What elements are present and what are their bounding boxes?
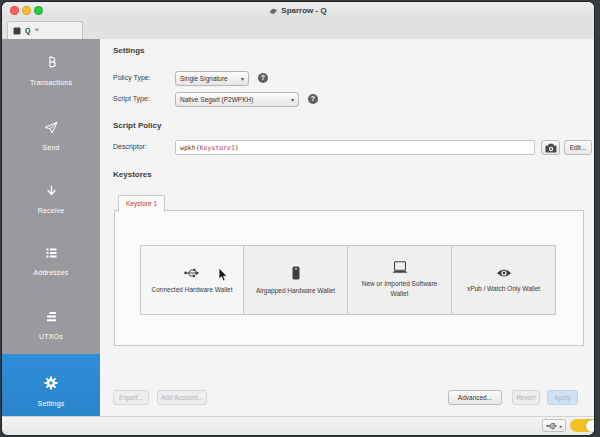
camera-icon bbox=[545, 143, 557, 153]
wallet-option-label: New or Imported Software Wallet bbox=[353, 279, 447, 299]
policy-type-help-icon[interactable]: ? bbox=[258, 73, 268, 83]
sidebar-item-label: UTXOs bbox=[39, 333, 63, 340]
script-type-help-icon[interactable]: ? bbox=[308, 94, 318, 104]
policy-type-label: Policy Type: bbox=[113, 74, 151, 81]
sidebar-item-label: Receive bbox=[38, 207, 65, 214]
sidebar: Transactions Send Receive bbox=[2, 39, 100, 417]
wallet-type-options: Connected Hardware Wallet Airgapped Hard… bbox=[140, 245, 556, 315]
addresses-list-icon bbox=[45, 247, 58, 259]
main-area: Transactions Send Receive bbox=[2, 39, 594, 417]
titlebar: Sparrow - Q bbox=[2, 2, 594, 19]
sparrow-logo-icon bbox=[269, 6, 278, 15]
wallet-tab-q[interactable]: Q × bbox=[7, 21, 83, 39]
send-icon bbox=[44, 121, 58, 134]
keystore-tab[interactable]: Keystore 1 bbox=[118, 195, 165, 212]
xpub-watch-only-wallet-button[interactable]: xPub / Watch Only Wallet bbox=[452, 245, 556, 315]
settings-heading: Settings bbox=[113, 46, 145, 55]
sidebar-item-label: Settings bbox=[38, 400, 65, 407]
toggle-knob bbox=[586, 420, 595, 432]
network-toggle[interactable] bbox=[570, 419, 594, 432]
receive-arrow-icon bbox=[45, 185, 58, 197]
descriptor-suffix: ) bbox=[235, 144, 239, 152]
new-or-imported-software-wallet-button[interactable]: New or Imported Software Wallet bbox=[348, 245, 452, 315]
sidebar-item-label: Transactions bbox=[30, 79, 72, 86]
utxos-stack-icon bbox=[45, 311, 58, 323]
wallet-tab-bar: Q × bbox=[2, 18, 594, 40]
apply-button[interactable]: Apply bbox=[547, 390, 578, 405]
descriptor-edit-button[interactable]: Edit... bbox=[564, 140, 592, 155]
usb-menu-caret-icon: ▸ bbox=[560, 423, 563, 429]
usb-icon bbox=[546, 421, 558, 431]
policy-type-value: Single Signature bbox=[180, 75, 228, 82]
tab-close-icon[interactable]: × bbox=[34, 26, 39, 34]
revert-button[interactable]: Revert bbox=[512, 390, 540, 405]
script-policy-heading: Script Policy bbox=[113, 121, 161, 130]
descriptor-field[interactable]: wpkh(Keystore1) bbox=[175, 140, 535, 155]
keystore-tab-pane: Keystore 1 bbox=[114, 195, 584, 346]
sidebar-item-label: Send bbox=[42, 144, 59, 151]
hardware-wallet-icon bbox=[288, 265, 304, 281]
sidebar-item-addresses[interactable]: Addresses bbox=[2, 247, 100, 279]
window-title: Sparrow - Q bbox=[281, 6, 326, 15]
sparrow-window: Sparrow - Q Q × Transactions bbox=[2, 2, 594, 435]
descriptor-camera-button[interactable] bbox=[541, 140, 560, 155]
wallet-tab-label: Q bbox=[25, 27, 30, 34]
laptop-icon bbox=[392, 261, 408, 274]
settings-panel: Settings Policy Type: Single Signature ▾… bbox=[100, 39, 594, 417]
wallet-option-label: Airgapped Hardware Wallet bbox=[249, 286, 343, 296]
wallet-option-label: xPub / Watch Only Wallet bbox=[457, 284, 551, 294]
eye-icon bbox=[496, 267, 512, 279]
sidebar-item-utxos[interactable]: UTXOs bbox=[2, 311, 100, 343]
chevron-down-icon: ▾ bbox=[241, 75, 244, 82]
bitcoin-icon bbox=[45, 55, 58, 69]
script-type-label: Script Type: bbox=[113, 95, 150, 102]
wallet-option-label: Connected Hardware Wallet bbox=[145, 285, 239, 295]
sidebar-item-send[interactable]: Send bbox=[2, 121, 100, 154]
keystores-heading: Keystores bbox=[113, 170, 152, 179]
mouse-cursor bbox=[218, 268, 228, 282]
chevron-down-icon: ▾ bbox=[291, 96, 294, 103]
wallet-icon bbox=[13, 27, 21, 35]
status-bar: ▸ bbox=[2, 416, 594, 435]
sidebar-item-transactions[interactable]: Transactions bbox=[2, 55, 100, 89]
descriptor-prefix: wpkh( bbox=[180, 144, 200, 152]
descriptor-keystore-name: Keystore1 bbox=[200, 144, 235, 152]
sidebar-item-settings[interactable]: Settings bbox=[2, 354, 100, 417]
usb-device-button[interactable]: ▸ bbox=[542, 419, 566, 432]
sidebar-item-label: Addresses bbox=[34, 269, 69, 276]
airgapped-hardware-wallet-button[interactable]: Airgapped Hardware Wallet bbox=[244, 245, 348, 315]
add-account-button[interactable]: Add Account... bbox=[157, 390, 207, 405]
script-type-value: Native Segwit (P2WPKH) bbox=[180, 96, 253, 103]
export-button[interactable]: Export... bbox=[113, 390, 149, 405]
usb-icon bbox=[184, 266, 200, 280]
connected-hardware-wallet-button[interactable]: Connected Hardware Wallet bbox=[140, 245, 244, 315]
keystore-pane-body: Connected Hardware Wallet Airgapped Hard… bbox=[114, 210, 584, 346]
sidebar-item-receive[interactable]: Receive bbox=[2, 185, 100, 217]
gear-icon bbox=[44, 376, 58, 390]
policy-type-dropdown[interactable]: Single Signature ▾ bbox=[175, 71, 249, 86]
descriptor-label: Descriptor: bbox=[113, 143, 147, 150]
advanced-button[interactable]: Advanced... bbox=[448, 390, 502, 405]
script-type-dropdown[interactable]: Native Segwit (P2WPKH) ▾ bbox=[175, 92, 299, 107]
